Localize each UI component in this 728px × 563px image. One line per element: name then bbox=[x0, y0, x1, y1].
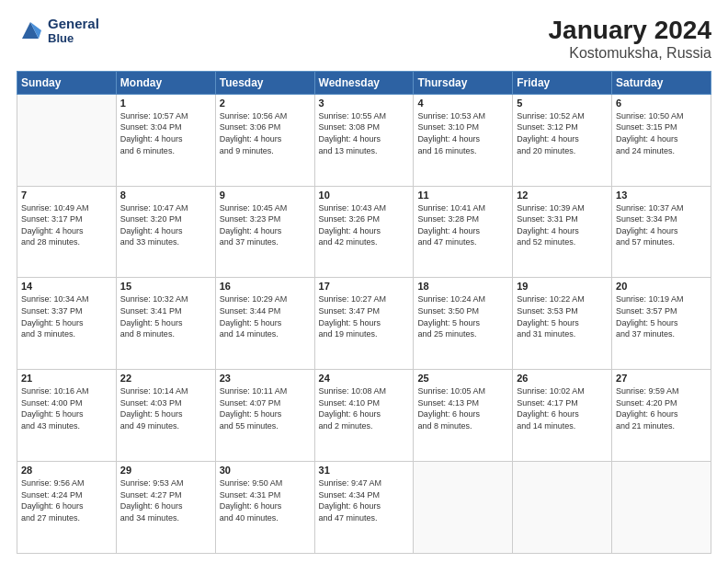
calendar-day-header: Monday bbox=[116, 71, 215, 94]
day-info: Sunrise: 10:11 AMSunset: 4:07 PMDaylight… bbox=[220, 385, 311, 431]
calendar-day-cell: 22Sunrise: 10:14 AMSunset: 4:03 PMDaylig… bbox=[116, 370, 215, 462]
logo-text: General Blue bbox=[48, 17, 99, 45]
day-info: Sunrise: 10:39 AMSunset: 3:31 PMDaylight… bbox=[517, 202, 608, 248]
calendar-day-cell: 6Sunrise: 10:50 AMSunset: 3:15 PMDayligh… bbox=[612, 94, 711, 186]
calendar-day-cell bbox=[513, 462, 612, 554]
calendar-day-cell: 17Sunrise: 10:27 AMSunset: 3:47 PMDaylig… bbox=[314, 278, 414, 370]
day-number: 5 bbox=[517, 98, 608, 109]
calendar-table: SundayMondayTuesdayWednesdayThursdayFrid… bbox=[17, 71, 711, 554]
logo-blue: Blue bbox=[48, 32, 99, 45]
day-number: 27 bbox=[616, 373, 707, 384]
day-number: 2 bbox=[220, 98, 311, 109]
calendar-day-cell: 9Sunrise: 10:45 AMSunset: 3:23 PMDayligh… bbox=[215, 186, 314, 278]
calendar-day-cell: 18Sunrise: 10:24 AMSunset: 3:50 PMDaylig… bbox=[414, 278, 513, 370]
day-info: Sunrise: 9:53 AMSunset: 4:27 PMDaylight:… bbox=[120, 477, 211, 523]
calendar-day-cell: 28Sunrise: 9:56 AMSunset: 4:24 PMDayligh… bbox=[17, 462, 117, 554]
calendar-day-cell: 19Sunrise: 10:22 AMSunset: 3:53 PMDaylig… bbox=[513, 278, 612, 370]
day-info: Sunrise: 10:56 AMSunset: 3:06 PMDaylight… bbox=[220, 110, 311, 156]
calendar-day-cell: 5Sunrise: 10:52 AMSunset: 3:12 PMDayligh… bbox=[513, 94, 612, 186]
day-info: Sunrise: 10:32 AMSunset: 3:41 PMDaylight… bbox=[120, 293, 211, 339]
calendar-day-header: Wednesday bbox=[314, 71, 414, 94]
calendar-day-cell: 7Sunrise: 10:49 AMSunset: 3:17 PMDayligh… bbox=[17, 186, 117, 278]
day-number: 10 bbox=[319, 190, 410, 201]
day-number: 4 bbox=[417, 98, 508, 109]
calendar-day-cell bbox=[17, 94, 117, 186]
calendar-day-cell: 2Sunrise: 10:56 AMSunset: 3:06 PMDayligh… bbox=[215, 94, 314, 186]
calendar-day-cell: 15Sunrise: 10:32 AMSunset: 3:41 PMDaylig… bbox=[116, 278, 215, 370]
day-info: Sunrise: 9:56 AMSunset: 4:24 PMDaylight:… bbox=[21, 477, 112, 523]
day-info: Sunrise: 10:49 AMSunset: 3:17 PMDaylight… bbox=[21, 202, 112, 248]
day-number: 9 bbox=[220, 190, 311, 201]
day-number: 23 bbox=[220, 373, 311, 384]
day-number: 7 bbox=[21, 190, 112, 201]
logo-general: General bbox=[48, 17, 99, 32]
day-info: Sunrise: 10:27 AMSunset: 3:47 PMDaylight… bbox=[319, 293, 410, 339]
day-info: Sunrise: 10:22 AMSunset: 3:53 PMDaylight… bbox=[517, 293, 608, 339]
day-info: Sunrise: 9:47 AMSunset: 4:34 PMDaylight:… bbox=[319, 477, 410, 523]
day-info: Sunrise: 10:37 AMSunset: 3:34 PMDaylight… bbox=[616, 202, 707, 248]
day-info: Sunrise: 10:45 AMSunset: 3:23 PMDaylight… bbox=[220, 202, 311, 248]
day-info: Sunrise: 9:59 AMSunset: 4:20 PMDaylight:… bbox=[616, 385, 707, 431]
calendar-day-cell: 14Sunrise: 10:34 AMSunset: 3:37 PMDaylig… bbox=[17, 278, 117, 370]
calendar-week-row: 21Sunrise: 10:16 AMSunset: 4:00 PMDaylig… bbox=[17, 370, 711, 462]
calendar-week-row: 7Sunrise: 10:49 AMSunset: 3:17 PMDayligh… bbox=[17, 186, 711, 278]
day-number: 6 bbox=[616, 98, 707, 109]
day-number: 3 bbox=[319, 98, 410, 109]
calendar-day-cell: 8Sunrise: 10:47 AMSunset: 3:20 PMDayligh… bbox=[116, 186, 215, 278]
calendar-day-cell: 12Sunrise: 10:39 AMSunset: 3:31 PMDaylig… bbox=[513, 186, 612, 278]
day-number: 11 bbox=[417, 190, 508, 201]
calendar-day-cell: 27Sunrise: 9:59 AMSunset: 4:20 PMDayligh… bbox=[612, 370, 711, 462]
day-info: Sunrise: 10:52 AMSunset: 3:12 PMDaylight… bbox=[517, 110, 608, 156]
calendar-day-header: Sunday bbox=[17, 71, 117, 94]
calendar-week-row: 1Sunrise: 10:57 AMSunset: 3:04 PMDayligh… bbox=[17, 94, 711, 186]
calendar-day-cell bbox=[414, 462, 513, 554]
calendar-day-cell: 31Sunrise: 9:47 AMSunset: 4:34 PMDayligh… bbox=[314, 462, 414, 554]
calendar-day-cell: 26Sunrise: 10:02 AMSunset: 4:17 PMDaylig… bbox=[513, 370, 612, 462]
day-info: Sunrise: 10:57 AMSunset: 3:04 PMDaylight… bbox=[120, 110, 211, 156]
day-info: Sunrise: 10:05 AMSunset: 4:13 PMDaylight… bbox=[417, 385, 508, 431]
calendar-week-row: 14Sunrise: 10:34 AMSunset: 3:37 PMDaylig… bbox=[17, 278, 711, 370]
day-number: 13 bbox=[616, 190, 707, 201]
logo: General Blue bbox=[17, 17, 99, 45]
calendar-day-cell: 1Sunrise: 10:57 AMSunset: 3:04 PMDayligh… bbox=[116, 94, 215, 186]
calendar-day-header: Saturday bbox=[612, 71, 711, 94]
page-subtitle: Kostomuksha, Russia bbox=[549, 45, 711, 62]
day-info: Sunrise: 10:19 AMSunset: 3:57 PMDaylight… bbox=[616, 293, 707, 339]
day-number: 17 bbox=[319, 281, 410, 292]
day-info: Sunrise: 10:50 AMSunset: 3:15 PMDaylight… bbox=[616, 110, 707, 156]
calendar-week-row: 28Sunrise: 9:56 AMSunset: 4:24 PMDayligh… bbox=[17, 462, 711, 554]
calendar-day-cell: 20Sunrise: 10:19 AMSunset: 3:57 PMDaylig… bbox=[612, 278, 711, 370]
day-number: 19 bbox=[517, 281, 608, 292]
logo-icon bbox=[17, 17, 44, 44]
day-info: Sunrise: 9:50 AMSunset: 4:31 PMDaylight:… bbox=[220, 477, 311, 523]
day-number: 24 bbox=[319, 373, 410, 384]
day-number: 20 bbox=[616, 281, 707, 292]
calendar-day-cell: 4Sunrise: 10:53 AMSunset: 3:10 PMDayligh… bbox=[414, 94, 513, 186]
calendar-header-row: SundayMondayTuesdayWednesdayThursdayFrid… bbox=[17, 71, 711, 94]
calendar-day-cell: 3Sunrise: 10:55 AMSunset: 3:08 PMDayligh… bbox=[314, 94, 414, 186]
calendar-day-header: Tuesday bbox=[215, 71, 314, 94]
calendar-day-cell: 29Sunrise: 9:53 AMSunset: 4:27 PMDayligh… bbox=[116, 462, 215, 554]
calendar-day-header: Friday bbox=[513, 71, 612, 94]
calendar-day-cell: 23Sunrise: 10:11 AMSunset: 4:07 PMDaylig… bbox=[215, 370, 314, 462]
day-info: Sunrise: 10:47 AMSunset: 3:20 PMDaylight… bbox=[120, 202, 211, 248]
day-number: 21 bbox=[21, 373, 112, 384]
day-number: 26 bbox=[517, 373, 608, 384]
day-info: Sunrise: 10:14 AMSunset: 4:03 PMDaylight… bbox=[120, 385, 211, 431]
day-info: Sunrise: 10:08 AMSunset: 4:10 PMDaylight… bbox=[319, 385, 410, 431]
day-number: 29 bbox=[120, 465, 211, 476]
day-number: 18 bbox=[417, 281, 508, 292]
calendar-day-cell: 30Sunrise: 9:50 AMSunset: 4:31 PMDayligh… bbox=[215, 462, 314, 554]
calendar-day-cell: 16Sunrise: 10:29 AMSunset: 3:44 PMDaylig… bbox=[215, 278, 314, 370]
header: General Blue January 2024 Kostomuksha, R… bbox=[17, 17, 711, 62]
day-number: 14 bbox=[21, 281, 112, 292]
day-info: Sunrise: 10:41 AMSunset: 3:28 PMDaylight… bbox=[417, 202, 508, 248]
calendar-day-cell: 24Sunrise: 10:08 AMSunset: 4:10 PMDaylig… bbox=[314, 370, 414, 462]
day-number: 15 bbox=[120, 281, 211, 292]
day-number: 25 bbox=[417, 373, 508, 384]
day-number: 8 bbox=[120, 190, 211, 201]
calendar-day-cell: 21Sunrise: 10:16 AMSunset: 4:00 PMDaylig… bbox=[17, 370, 117, 462]
day-number: 12 bbox=[517, 190, 608, 201]
day-number: 28 bbox=[21, 465, 112, 476]
day-number: 16 bbox=[220, 281, 311, 292]
